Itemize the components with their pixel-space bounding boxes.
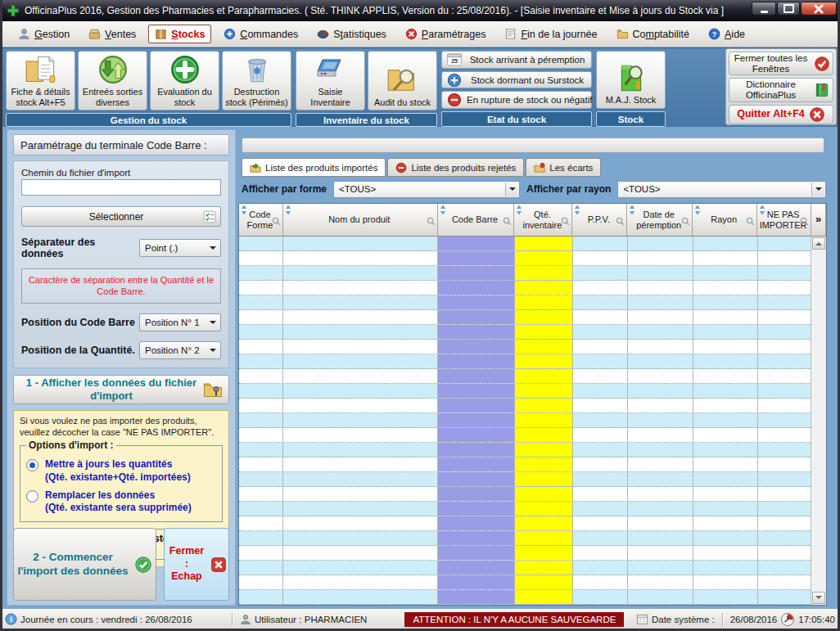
grid-cell[interactable]: [438, 531, 515, 545]
filter-form-dropdown[interactable]: <TOUS>: [333, 181, 520, 198]
grid-cell[interactable]: [628, 516, 693, 530]
grid-cell[interactable]: [438, 237, 515, 250]
grid-cell[interactable]: [573, 472, 628, 486]
grid-cell[interactable]: [283, 516, 438, 530]
grid-cell[interactable]: [515, 575, 573, 589]
column-header-rayon[interactable]: Rayon: [693, 204, 757, 237]
grid-cell[interactable]: [283, 428, 438, 442]
barcode-position-dropdown[interactable]: Position N° 1: [139, 313, 221, 331]
grid-cell[interactable]: [573, 502, 628, 516]
grid-cell[interactable]: [693, 325, 758, 339]
grid-cell[interactable]: [628, 487, 693, 501]
saisie-inventaire-button[interactable]: Saisie Inventaire: [296, 51, 365, 110]
grid-cell[interactable]: [693, 237, 758, 250]
column-header-ne-pas-importer[interactable]: NE PAS IMPORTER: [757, 204, 811, 237]
grid-cell[interactable]: [758, 310, 812, 324]
grid-cell[interactable]: [438, 384, 515, 398]
grid-cell[interactable]: [758, 546, 812, 560]
grid-cell[interactable]: [239, 325, 283, 339]
grid-row[interactable]: [239, 487, 812, 502]
grid-cell[interactable]: [239, 457, 283, 471]
grid-cell[interactable]: [628, 531, 693, 545]
option-replace-data[interactable]: Remplacer les données (Qté. existante se…: [26, 489, 216, 515]
grid-cell[interactable]: [515, 369, 573, 383]
grid-cell[interactable]: [438, 354, 515, 368]
grid-cell[interactable]: [573, 487, 628, 501]
grid-cell[interactable]: [628, 502, 693, 516]
column-header-p-p-v[interactable]: P.P.V.: [572, 204, 627, 237]
grid-cell[interactable]: [438, 266, 515, 280]
grid-cell[interactable]: [758, 516, 812, 530]
grid-cell[interactable]: [628, 561, 693, 575]
grid-cell[interactable]: [239, 295, 283, 309]
grid-cell[interactable]: [438, 575, 515, 589]
grid-cell[interactable]: [438, 472, 515, 486]
grid-cell[interactable]: [628, 325, 693, 339]
grid-cell[interactable]: [628, 310, 693, 324]
grid-cell[interactable]: [239, 472, 283, 486]
grid-cell[interactable]: [515, 561, 573, 575]
grid-cell[interactable]: [515, 310, 573, 324]
grid-cell[interactable]: [283, 281, 438, 295]
scroll-down-button[interactable]: [812, 592, 825, 604]
grid-row[interactable]: [239, 354, 812, 369]
menu-item-stocks[interactable]: Stocks: [148, 25, 211, 43]
grid-row[interactable]: [239, 516, 812, 531]
grid-cell[interactable]: [758, 281, 812, 295]
grid-cell[interactable]: [239, 266, 283, 280]
grid-cell[interactable]: [283, 369, 438, 383]
grid-row[interactable]: [239, 237, 812, 251]
grid-cell[interactable]: [693, 472, 758, 486]
grid-cell[interactable]: [628, 399, 693, 412]
grid-cell[interactable]: [283, 561, 438, 575]
import-path-input[interactable]: [21, 179, 221, 196]
grid-cell[interactable]: [515, 428, 573, 442]
grid-cell[interactable]: [515, 237, 573, 250]
grid-row[interactable]: [239, 310, 812, 325]
grid-cell[interactable]: [438, 516, 515, 530]
grid-cell[interactable]: [628, 369, 693, 383]
grid-cell[interactable]: [438, 546, 515, 560]
grid-cell[interactable]: [515, 251, 573, 265]
grid-row[interactable]: [239, 295, 812, 310]
grid-cell[interactable]: [758, 340, 812, 354]
grid-cell[interactable]: [628, 472, 693, 486]
grid-cell[interactable]: [758, 369, 812, 383]
grid-cell[interactable]: [628, 575, 693, 589]
grid-cell[interactable]: [628, 384, 693, 398]
grid-cell[interactable]: [239, 413, 283, 427]
sort-icon[interactable]: [285, 205, 291, 215]
grid-cell[interactable]: [239, 340, 283, 354]
sort-icon[interactable]: [516, 205, 522, 215]
grid-cell[interactable]: [573, 443, 628, 457]
sort-icon[interactable]: [629, 205, 635, 215]
grid-cell[interactable]: [693, 575, 758, 589]
grid-row[interactable]: [239, 443, 812, 457]
grid-cell[interactable]: [693, 266, 758, 280]
grid-cell[interactable]: [283, 472, 438, 486]
search-icon[interactable]: [503, 217, 512, 226]
grid-cell[interactable]: [573, 369, 628, 383]
grid-cell[interactable]: [283, 502, 438, 516]
grid-cell[interactable]: [758, 237, 812, 250]
grid-cell[interactable]: [693, 546, 758, 560]
grid-cell[interactable]: [758, 487, 812, 501]
grid-cell[interactable]: [283, 590, 438, 604]
grid-cell[interactable]: [239, 399, 283, 412]
grid-cell[interactable]: [438, 251, 515, 265]
grid-cell[interactable]: [515, 590, 573, 604]
quitter-alt-f4-button[interactable]: Quitter Alt+F4: [729, 105, 833, 124]
grid-cell[interactable]: [573, 237, 628, 250]
grid-cell[interactable]: [239, 237, 283, 250]
grid-cell[interactable]: [693, 561, 758, 575]
grid-cell[interactable]: [283, 413, 438, 427]
grid-row[interactable]: [239, 502, 812, 516]
grid-cell[interactable]: [573, 251, 628, 265]
grid-cell[interactable]: [693, 457, 758, 471]
grid-cell[interactable]: [693, 399, 758, 412]
grid-cell[interactable]: [693, 369, 758, 383]
maximize-button[interactable]: [777, 2, 800, 16]
grid-row[interactable]: [239, 340, 812, 354]
grid-cell[interactable]: [758, 384, 812, 398]
grid-cell[interactable]: [515, 281, 573, 295]
